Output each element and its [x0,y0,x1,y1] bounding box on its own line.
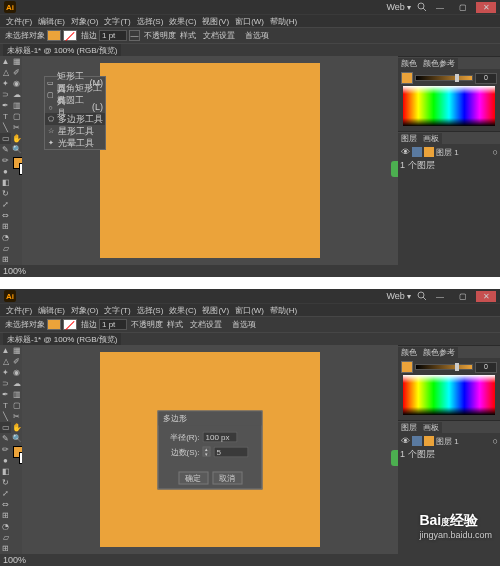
artboards-tab[interactable]: 画板 [420,133,442,144]
fill-swatch[interactable] [47,319,61,330]
color-guide-tab[interactable]: 颜色参考 [420,347,458,358]
menu-effect[interactable]: 效果(C) [166,305,199,316]
graph-tool[interactable]: ▥ [11,100,22,111]
search-icon[interactable] [417,2,427,12]
gradient-tool[interactable]: ▦ [11,345,22,356]
shape-builder-tool[interactable]: ◔ [0,232,11,243]
workspace-dropdown[interactable]: Web ▾ [383,291,414,301]
gradient-tool[interactable]: ▦ [11,56,22,67]
stroke-swatch[interactable] [63,30,77,41]
menu-file[interactable]: 文件(F) [3,16,35,27]
menu-file[interactable]: 文件(F) [3,305,35,316]
shape-builder-tool[interactable]: ◔ [0,521,11,532]
layers-tab[interactable]: 图层 [398,133,420,144]
layer-row[interactable]: 👁图层 1○ [400,146,498,158]
document-tab[interactable]: 未标题-1* @ 100% (RGB/预览) [3,333,121,346]
eyedropper-tool[interactable]: ✐ [11,356,22,367]
menu-help[interactable]: 帮助(H) [267,305,300,316]
rectangle-tool[interactable]: ▭ [0,422,11,433]
line-tool[interactable]: ╲ [0,411,11,422]
hand-tool[interactable]: ✋ [11,133,22,144]
color-tab[interactable]: 颜色 [398,58,420,69]
line-tool[interactable]: ╲ [0,122,11,133]
blob-brush-tool[interactable]: ● [0,455,11,466]
panel-knob[interactable] [391,161,398,177]
brush-tool[interactable]: ✎ [0,433,11,444]
symbol-sprayer-tool[interactable]: ☁ [11,89,22,100]
menu-edit[interactable]: 编辑(E) [35,305,68,316]
menu-help[interactable]: 帮助(H) [267,16,300,27]
minimize-button[interactable]: — [430,2,450,13]
brush-tool[interactable]: ✎ [0,144,11,155]
direct-selection-tool[interactable]: △ [0,356,11,367]
blend-tool[interactable]: ◉ [11,78,22,89]
layers-tab[interactable]: 图层 [398,422,420,433]
radius-input[interactable]: 100 px [203,431,238,442]
perspective-tool[interactable]: ▱ [0,532,11,543]
pencil-tool[interactable]: ✏ [0,155,11,166]
menu-view[interactable]: 视图(V) [199,16,232,27]
color-slider[interactable] [415,75,473,81]
menu-object[interactable]: 对象(O) [68,305,102,316]
scale-tool[interactable]: ⤢ [0,199,11,210]
symbol-sprayer-tool[interactable]: ☁ [11,378,22,389]
color-slider[interactable] [415,364,473,370]
artboard-tool[interactable]: ▢ [11,111,22,122]
color-tab[interactable]: 颜色 [398,347,420,358]
artboard-tool[interactable]: ▢ [11,400,22,411]
canvas-area[interactable]: 多边形 半径(R): 100 px 边数(S): ▴▾ 5 确定 取消 [22,345,398,554]
menu-edit[interactable]: 编辑(E) [35,16,68,27]
flyout-star[interactable]: ☆星形工具 [45,125,105,137]
search-icon[interactable] [417,291,427,301]
flyout-ellipse[interactable]: ○椭圆工具(L) [45,101,105,113]
stroke-weight-input[interactable]: 1 pt [99,30,127,41]
free-transform-tool[interactable]: ⊞ [0,510,11,521]
perspective-tool[interactable]: ▱ [0,243,11,254]
pen-tool[interactable]: ✒ [0,389,11,400]
menu-window[interactable]: 窗口(W) [232,16,267,27]
magic-wand-tool[interactable]: ✦ [0,367,11,378]
zoom-tool[interactable]: 🔍 [11,144,22,155]
zoom-level[interactable]: 100% [3,555,26,565]
visibility-icon[interactable]: 👁 [400,436,410,446]
mesh-tool[interactable]: ⊞ [0,254,11,265]
flyout-flare[interactable]: ✦光晕工具 [45,137,105,149]
mesh-tool[interactable]: ⊞ [0,543,11,554]
hand-tool[interactable]: ✋ [11,422,22,433]
selection-tool[interactable]: ▲ [0,345,11,356]
lasso-tool[interactable]: ⊃ [0,378,11,389]
target-icon[interactable]: ○ [493,147,498,157]
blob-brush-tool[interactable]: ● [0,166,11,177]
sides-down[interactable]: ▾ [203,452,211,457]
rectangle-tool[interactable]: ▭ [0,133,11,144]
type-tool[interactable]: T [0,400,11,411]
color-fill-chip[interactable] [401,72,413,84]
artboard[interactable] [100,63,320,258]
color-fill-chip[interactable] [401,361,413,373]
cancel-button[interactable]: 取消 [212,471,242,484]
slice-tool[interactable]: ✂ [11,411,22,422]
color-value-input[interactable]: 0 [475,362,497,373]
preferences-button[interactable]: 首选项 [229,318,259,331]
close-button[interactable]: ✕ [476,291,496,302]
ok-button[interactable]: 确定 [178,471,208,484]
menu-view[interactable]: 视图(V) [199,305,232,316]
menu-effect[interactable]: 效果(C) [166,16,199,27]
pencil-tool[interactable]: ✏ [0,444,11,455]
eyedropper-tool[interactable]: ✐ [11,67,22,78]
color-spectrum[interactable] [403,375,495,415]
free-transform-tool[interactable]: ⊞ [0,221,11,232]
artboards-tab[interactable]: 画板 [420,422,442,433]
canvas-area[interactable]: ▭矩形工具(M) ▢圆角矩形工具 ○椭圆工具(L) ⬠多边形工具 ☆星形工具 ✦… [22,56,398,265]
layer-row[interactable]: 👁图层 1○ [400,435,498,447]
menu-window[interactable]: 窗口(W) [232,305,267,316]
blend-tool[interactable]: ◉ [11,367,22,378]
panel-knob[interactable] [391,450,398,466]
maximize-button[interactable]: ▢ [453,291,473,302]
zoom-tool[interactable]: 🔍 [11,433,22,444]
eraser-tool[interactable]: ◧ [0,466,11,477]
color-guide-tab[interactable]: 颜色参考 [420,58,458,69]
menu-select[interactable]: 选择(S) [134,305,167,316]
zoom-level[interactable]: 100% [3,266,26,276]
stroke-swatch[interactable] [63,319,77,330]
